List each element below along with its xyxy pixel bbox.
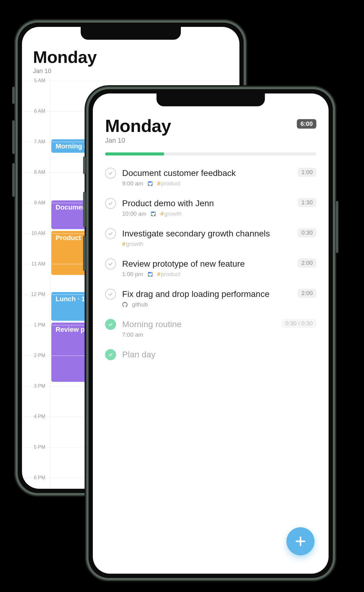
- side-button: [83, 192, 86, 227]
- task-time: 9:00 am: [122, 180, 143, 187]
- task-meta: 10:00 am #growth: [122, 210, 298, 217]
- task-checkbox[interactable]: [105, 228, 116, 239]
- svg-rect-13: [148, 275, 149, 276]
- task-row[interactable]: Review prototype of new feature1:00 pm #…: [105, 254, 316, 284]
- task-meta: github: [122, 301, 298, 308]
- task-checkbox[interactable]: [105, 198, 116, 209]
- phone-tasks: Monday Jan 10 6:00 Document customer fee…: [86, 86, 336, 581]
- google-calendar-icon: [147, 181, 153, 186]
- hour-label: 5 AM: [27, 78, 45, 83]
- side-button: [12, 87, 15, 104]
- phone-notch: [156, 93, 265, 106]
- task-checkbox[interactable]: [105, 349, 116, 360]
- svg-rect-7: [154, 215, 155, 216]
- task-tag[interactable]: #product: [157, 180, 180, 187]
- task-meta: 9:00 am #product: [122, 180, 298, 187]
- google-calendar-icon: [151, 211, 156, 217]
- svg-rect-14: [151, 272, 152, 273]
- task-tag[interactable]: #growth: [160, 210, 182, 217]
- task-row[interactable]: Investigate secondary growth channels#gr…: [105, 224, 316, 254]
- task-checkbox[interactable]: [105, 319, 116, 330]
- task-row[interactable]: Product demo with Jenn10:00 am #growth1:…: [105, 194, 316, 224]
- task-main: Plan day: [122, 349, 316, 360]
- task-duration-pill: 0:30 / 0:30: [282, 319, 316, 328]
- task-title: Fix drag and drop loading performance: [122, 289, 298, 299]
- task-tag[interactable]: #growth: [122, 241, 144, 247]
- google-calendar-icon: [147, 272, 153, 277]
- task-checkbox[interactable]: [105, 168, 116, 179]
- task-time: 7:00 am: [122, 331, 143, 338]
- hour-label: 10 AM: [27, 231, 45, 236]
- progress-track: [105, 152, 316, 155]
- task-title: Investigate secondary growth channels: [122, 228, 298, 239]
- task-meta: #growth: [122, 241, 298, 247]
- task-checkbox[interactable]: [105, 289, 116, 300]
- task-title: Plan day: [122, 349, 316, 360]
- hour-label: 2 PM: [27, 353, 45, 358]
- svg-rect-4: [151, 181, 152, 183]
- task-row[interactable]: Document customer feedback9:00 am #produ…: [105, 163, 316, 194]
- task-meta: 7:00 am: [122, 331, 282, 338]
- task-time: 1:00 pm: [122, 271, 143, 278]
- hour-label: 8 AM: [27, 170, 45, 175]
- task-main: Investigate secondary growth channels#gr…: [122, 228, 298, 247]
- task-row[interactable]: Morning routine7:00 am0:30 / 0:30: [105, 315, 316, 345]
- tasks-screen: Monday Jan 10 6:00 Document customer fee…: [93, 93, 329, 574]
- task-title: Morning routine: [122, 319, 282, 330]
- day-title: Monday: [33, 47, 228, 67]
- hour-label: 9 AM: [27, 200, 45, 206]
- task-tag[interactable]: #product: [157, 271, 180, 278]
- task-main: Review prototype of new feature1:00 pm #…: [122, 258, 298, 278]
- hour-label: 12 PM: [27, 292, 45, 297]
- task-main: Fix drag and drop loading performance gi…: [122, 289, 298, 308]
- task-time: 10:00 am: [122, 210, 146, 217]
- github-icon: [122, 302, 128, 307]
- add-task-button[interactable]: [286, 527, 315, 555]
- day-title: Monday: [105, 115, 171, 136]
- hour-label: 7 AM: [27, 139, 45, 144]
- task-title: Review prototype of new feature: [122, 258, 298, 269]
- task-title: Document customer feedback: [122, 168, 298, 178]
- date-subtitle: Jan 10: [105, 137, 171, 144]
- task-duration-pill: 2:00: [298, 289, 316, 298]
- task-duration-pill: 1:30: [298, 198, 316, 207]
- task-main: Product demo with Jenn10:00 am #growth: [122, 198, 298, 217]
- svg-rect-3: [148, 185, 149, 186]
- hour-label: 4 PM: [27, 414, 45, 419]
- task-meta: 1:00 pm #product: [122, 271, 298, 278]
- task-main: Morning routine7:00 am: [122, 319, 282, 338]
- date-subtitle: Jan 10: [33, 68, 228, 75]
- hour-label: 6 PM: [27, 475, 45, 481]
- hour-label: 3 PM: [27, 383, 45, 389]
- task-duration-pill: 2:00: [298, 258, 316, 268]
- task-row[interactable]: Plan day: [105, 345, 316, 367]
- side-button: [12, 120, 15, 154]
- task-duration-pill: 0:30: [298, 228, 316, 237]
- task-title: Product demo with Jenn: [122, 198, 298, 209]
- svg-rect-12: [151, 275, 152, 276]
- hour-label: 11 AM: [27, 261, 45, 267]
- hour-label: 1 PM: [27, 322, 45, 328]
- plus-icon: [294, 535, 307, 547]
- task-row[interactable]: Fix drag and drop loading performance gi…: [105, 284, 316, 315]
- hour-label: 5 PM: [27, 444, 45, 450]
- svg-rect-2: [151, 185, 152, 186]
- task-main: Document customer feedback9:00 am #produ…: [122, 168, 298, 187]
- progress-fill: [105, 152, 164, 155]
- hour-label: 6 AM: [27, 108, 45, 114]
- task-duration-pill: 1:00: [298, 168, 316, 177]
- task-source-github: github: [132, 301, 148, 308]
- side-button: [336, 201, 338, 253]
- side-button: [83, 156, 86, 174]
- task-checkbox[interactable]: [105, 258, 116, 269]
- phone-notch: [81, 27, 181, 40]
- svg-rect-9: [154, 212, 155, 213]
- total-duration-badge: 6:00: [297, 119, 316, 129]
- side-button: [83, 236, 86, 271]
- task-list[interactable]: Document customer feedback9:00 am #produ…: [93, 155, 329, 367]
- svg-rect-8: [151, 215, 152, 216]
- side-button: [12, 163, 15, 197]
